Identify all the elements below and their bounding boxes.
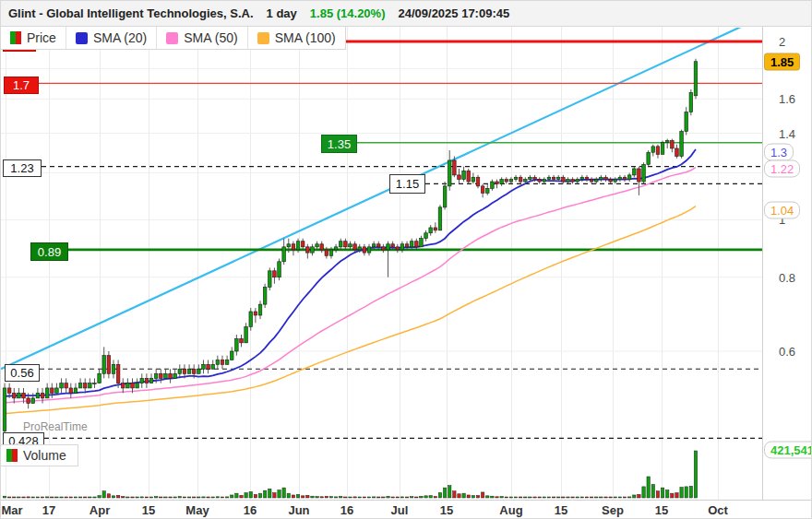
volume-bar	[287, 493, 290, 498]
candle-body	[627, 175, 631, 180]
level-label-0-89[interactable]: 0.89	[30, 242, 68, 261]
time-axis-tick: Jul	[391, 503, 409, 517]
candle-body	[623, 177, 627, 179]
volume-bar	[571, 497, 574, 498]
candle-body	[594, 180, 598, 182]
volume-bar	[160, 497, 162, 498]
volume-bar	[491, 496, 494, 498]
volume-bar	[22, 497, 25, 498]
candle-body	[367, 247, 371, 253]
volume-bar	[618, 497, 621, 498]
candle-body	[258, 304, 262, 315]
volume-bar	[102, 491, 105, 498]
price-chart-canvas[interactable]	[1, 1, 812, 519]
volume-bar	[514, 497, 517, 498]
candle-body	[254, 312, 257, 315]
candle-body	[405, 244, 409, 247]
candle-body	[27, 398, 30, 404]
legend-sma20-label: SMA (20)	[93, 30, 147, 45]
volume-bar	[391, 497, 394, 498]
candle-body	[329, 250, 333, 255]
volume-bar	[320, 497, 323, 498]
candle-body	[429, 228, 433, 233]
volume-bar	[258, 493, 261, 498]
candle-body	[609, 180, 613, 182]
volume-bar	[467, 495, 470, 498]
candle-body	[556, 177, 560, 179]
candle-body	[93, 383, 97, 384]
volume-bar	[400, 497, 403, 498]
candle-body	[665, 141, 669, 143]
legend-item-price[interactable]: Price	[1, 27, 66, 49]
volume-bar	[604, 497, 607, 498]
volume-bar	[486, 496, 489, 498]
level-label-1-15[interactable]: 1.15	[389, 174, 425, 194]
volume-bar	[462, 493, 465, 498]
volume-bar	[41, 497, 43, 498]
volume-bar	[187, 497, 190, 498]
candle-body	[694, 62, 698, 96]
volume-bar	[55, 497, 58, 498]
candle-body	[173, 373, 177, 378]
legend-item-sma20[interactable]: SMA (20)	[66, 27, 157, 49]
candle-body	[353, 244, 357, 250]
volume-bar	[311, 496, 314, 498]
volume-bar	[656, 491, 659, 498]
sma100-value-badge: 1.04	[764, 202, 800, 219]
right-axis-divider	[762, 27, 763, 519]
volume-bar	[567, 497, 569, 498]
volume-bar	[505, 497, 508, 498]
candle-body	[216, 360, 220, 364]
volume-bar	[424, 496, 427, 498]
level-label-1-35[interactable]: 1.35	[321, 135, 357, 153]
candle-body	[481, 186, 484, 193]
candle-body	[472, 177, 475, 182]
volume-bar	[140, 497, 143, 498]
candle-body	[552, 177, 555, 179]
candle-body	[230, 351, 233, 360]
time-axis[interactable]: Mar17Apr15May16Jun16Jul15Aug15Sep15Oct	[1, 500, 812, 519]
volume-bar	[580, 497, 583, 498]
volume-bar	[448, 486, 451, 498]
level-label-1-23[interactable]: 1.23	[3, 159, 42, 177]
line-swatch-icon	[257, 32, 269, 44]
volume-bar	[98, 496, 101, 498]
volume-bar	[329, 497, 332, 498]
volume-bar	[178, 497, 181, 498]
candle-body	[69, 388, 73, 393]
candle-body	[22, 393, 26, 398]
volume-bar	[13, 497, 16, 498]
volume-bar	[36, 497, 39, 498]
candle-body	[576, 180, 579, 182]
line-swatch-icon	[76, 32, 88, 44]
candle-body	[83, 383, 87, 388]
volume-bar	[609, 497, 612, 498]
volume-bar	[235, 493, 238, 498]
volume-bar	[45, 497, 48, 498]
candle-body	[632, 169, 636, 175]
volume-bar	[547, 497, 550, 498]
level-label-0-56[interactable]: 0.56	[5, 364, 40, 382]
candle-body	[51, 388, 54, 393]
candle-body	[131, 383, 135, 388]
legend-item-volume[interactable]: Volume	[1, 444, 78, 466]
volume-bar	[112, 496, 114, 498]
candle-body	[78, 383, 82, 388]
right-axis-tick: 0.6	[779, 345, 795, 359]
volume-bar	[519, 497, 521, 498]
candle-body	[396, 247, 400, 250]
last-price-badge: 1.85	[764, 53, 800, 71]
candle-body	[249, 312, 253, 326]
candle-body	[509, 180, 513, 182]
level-label-1-7[interactable]: 1.7	[4, 77, 39, 94]
volume-bar	[254, 494, 257, 498]
candle-body	[656, 147, 660, 155]
volume-bar	[93, 497, 96, 498]
volume-bar	[595, 497, 598, 498]
legend-item-sma100[interactable]: SMA (100)	[248, 27, 345, 49]
volume-bar	[349, 497, 352, 498]
legend-sma100-label: SMA (100)	[275, 30, 336, 45]
volume-bar	[387, 496, 389, 498]
legend-item-sma50[interactable]: SMA (50)	[157, 27, 247, 49]
volume-bar	[363, 497, 365, 498]
